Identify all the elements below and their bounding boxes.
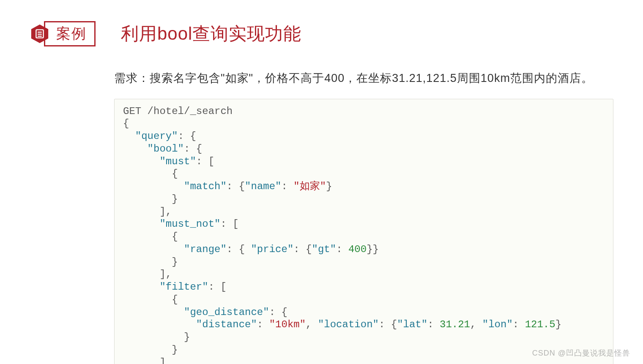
page-title: 利用bool查询实现功能: [121, 22, 301, 46]
request-line: GET /hotel/_search: [123, 106, 233, 117]
key-lat: "lat": [397, 319, 427, 330]
key-lon: "lon": [482, 319, 513, 330]
badge-label: 案例: [44, 21, 96, 46]
val-gt: 400: [348, 244, 367, 255]
case-hex-icon: [30, 24, 50, 44]
header-row: 案例 利用bool查询实现功能: [30, 21, 613, 46]
key-range: "range": [184, 244, 227, 255]
code-block: GET /hotel/_search { "query": { "bool": …: [114, 99, 613, 364]
key-match: "match": [184, 181, 227, 192]
val-lon: 121.5: [525, 319, 555, 330]
key-must: "must": [159, 156, 196, 167]
badge-group: 案例: [30, 21, 96, 46]
content-area: 需求：搜索名字包含"如家"，价格不高于400，在坐标31.21,121.5周围1…: [114, 70, 613, 364]
key-location: "location": [318, 319, 379, 330]
val-lat: 31.21: [440, 319, 470, 330]
key-geo-distance: "geo_distance": [184, 307, 269, 318]
watermark: CSDN @凹凸曼说我是怪兽: [532, 348, 630, 358]
key-gt: "gt": [312, 244, 337, 255]
key-distance: "distance": [196, 319, 257, 330]
key-name: "name": [245, 181, 281, 192]
requirement-text: 需求：搜索名字包含"如家"，价格不高于400，在坐标31.21,121.5周围1…: [114, 70, 613, 87]
key-bool: "bool": [148, 143, 184, 155]
key-price: "price": [251, 244, 293, 255]
val-name: "如家": [293, 181, 326, 192]
val-distance: "10km": [269, 319, 306, 330]
key-must-not: "must_not": [159, 218, 220, 230]
key-filter: "filter": [159, 281, 208, 293]
key-query: "query": [135, 130, 178, 142]
